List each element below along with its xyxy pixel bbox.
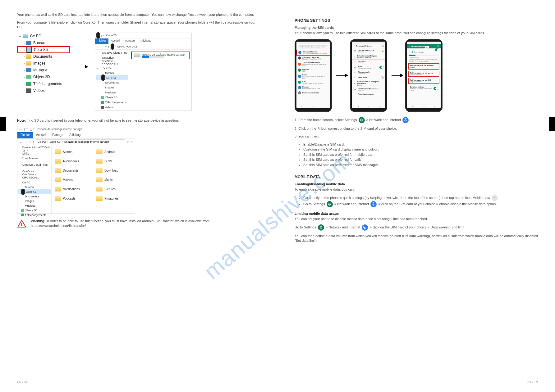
back-icon[interactable]: ◁: [412, 105, 414, 108]
home-icon[interactable]: ○: [423, 106, 424, 108]
toggle-on[interactable]: [379, 66, 384, 69]
sim-pref-calls[interactable]: Préférences pour les appelsToujours dema…: [408, 71, 439, 77]
folder-item[interactable]: Download: [96, 166, 132, 175]
sidebar-item[interactable]: ›Téléchargements: [96, 100, 128, 105]
sidebar-item[interactable]: ›OneDrive - CROSSCALL: [96, 60, 128, 65]
settings-item[interactable]: Batterie100 %: [296, 68, 330, 73]
folder-item[interactable]: Pictures: [96, 184, 132, 194]
tree-item[interactable]: ›Vidéos: [17, 87, 70, 94]
sidebar-item[interactable]: Images: [18, 199, 51, 203]
net-item[interactable]: ▭Réseau mobile2 cartes SIM: [352, 70, 385, 75]
tree-item[interactable]: ›Bureau: [17, 39, 70, 46]
tab-file[interactable]: Fichier: [95, 38, 108, 44]
settings-item[interactable]: ÉcranFond d'écran, mise en veille, taill…: [296, 73, 330, 80]
nav-back-icon[interactable]: ←: [96, 45, 99, 48]
tree-item[interactable]: ›Images: [17, 60, 70, 67]
settings-item[interactable]: Applis et notificationsApplications réce…: [296, 61, 330, 68]
search-icon[interactable]: 🔍: [382, 45, 384, 47]
sidebar-item[interactable]: ›Objets 3D: [96, 95, 128, 100]
tree-item[interactable]: ›Téléchargements: [17, 80, 70, 87]
sim-pref-sms[interactable]: Préférences pour les SMSToujours demande…: [408, 78, 439, 84]
net-item[interactable]: ▭Désactivé: [352, 60, 385, 64]
back-icon[interactable]: ←: [353, 45, 355, 47]
recents-icon[interactable]: □: [324, 106, 325, 108]
folder-item[interactable]: DCIM: [96, 156, 132, 166]
sidebar-item-selected[interactable]: ›Core-X5: [96, 75, 128, 80]
sidebar-item[interactable]: ⌄Ce PC: [96, 65, 128, 70]
sidebar-item[interactable]: ›Bureau: [96, 70, 128, 75]
tree-item[interactable]: ›Objets 3D: [17, 74, 70, 80]
folder-item[interactable]: Podcasts: [55, 194, 90, 203]
tab-home[interactable]: Accueil: [33, 132, 49, 138]
tree-item[interactable]: ›Documents: [17, 53, 70, 60]
sidebar-item[interactable]: Creative Cloud Files: [18, 162, 51, 167]
tab-share[interactable]: Partage: [122, 38, 137, 44]
back-icon[interactable]: ◁: [357, 105, 358, 108]
sim-mobile-data[interactable]: Données mobilesAccéder aux données via l…: [408, 85, 439, 92]
net-item[interactable]: ✈Mode Avion: [352, 75, 385, 80]
folder-item[interactable]: Movies: [55, 175, 90, 184]
storage-drive[interactable]: Espace de stockage interne partagé: [131, 52, 190, 59]
search-input[interactable]: 🔍Rechercher dans les paramètres: [298, 45, 328, 48]
net-item[interactable]: ⦿Wi-FiCROSSCALL-INVITE: [352, 65, 385, 70]
home-icon[interactable]: ○: [368, 106, 369, 108]
settings-network[interactable]: Réseau et InternetWifi, données cellulai…: [296, 50, 330, 56]
folder-item[interactable]: Music: [96, 175, 132, 184]
nav-up-icon[interactable]: ↑: [33, 140, 34, 144]
address-bar[interactable]: [36, 139, 125, 144]
toggle-off[interactable]: [379, 76, 384, 79]
sidebar-item[interactable]: ›Musique: [96, 90, 128, 95]
net-sim-item[interactable]: ▭Sélectionnez défini pour données mobile…: [352, 54, 385, 60]
sidebar-item[interactable]: User Manual: [18, 156, 51, 160]
sidebar-item[interactable]: Musique: [18, 203, 51, 208]
folder-item[interactable]: Ringtones: [96, 194, 132, 203]
folder-item[interactable]: Notifications: [55, 184, 90, 194]
edit-sim-highlight[interactable]: ✎: [425, 46, 429, 50]
sim-pref-data[interactable]: Préférence pour les données mobil.: [408, 63, 439, 70]
sidebar-item[interactable]: OneDrive - CROSSCALL: [18, 173, 51, 178]
folder-item[interactable]: Android: [96, 147, 132, 156]
nav-up-icon[interactable]: ↑: [108, 45, 109, 48]
tree-root[interactable]: Ce PC: [17, 33, 70, 39]
back-icon[interactable]: ◁: [301, 105, 303, 108]
sidebar-item[interactable]: ›Creative Cloud Files: [96, 50, 128, 55]
tab-home[interactable]: Accueil: [108, 38, 122, 44]
settings-item[interactable]: SonVolume, vibreur, Ne pas déranger: [296, 80, 330, 85]
net-item[interactable]: ⦿CROSSCALL-INVITEConnecté🔒: [352, 48, 385, 54]
home-icon[interactable]: ○: [313, 106, 314, 108]
nav-back-icon[interactable]: ←: [19, 140, 22, 144]
tab-file[interactable]: Fichier: [17, 132, 33, 138]
tab-view[interactable]: Affichage: [66, 132, 85, 138]
sidebar-item[interactable]: Objets 3D: [18, 208, 51, 213]
settings-item[interactable]: Appareils connectésBluetooth, Android Au…: [296, 56, 330, 61]
tab-share[interactable]: Partage: [49, 132, 66, 138]
folder-item[interactable]: Alarms: [55, 147, 90, 156]
tree-item[interactable]: ›Musique: [17, 67, 70, 74]
recents-icon[interactable]: □: [379, 106, 380, 108]
net-item[interactable]: ⊚Point d'accès et partage de connexionDé…: [352, 80, 385, 87]
settings-item[interactable]: Paramètres avancés: [296, 90, 330, 95]
folder-item[interactable]: Documents: [55, 166, 90, 175]
toggle-on[interactable]: [433, 87, 438, 90]
sidebar-item[interactable]: ›Documents: [96, 80, 128, 85]
sidebar-item[interactable]: Ce PC: [18, 180, 51, 185]
folder-icon: [19, 152, 21, 155]
nav-fwd-icon[interactable]: →: [101, 45, 104, 48]
search-icon[interactable]: 🔍: [437, 45, 439, 47]
net-item[interactable]: ◔Économiseur de donnéesDésactivé: [352, 87, 385, 92]
toggle-on[interactable]: [435, 48, 439, 51]
nav-fwd-icon[interactable]: →: [24, 140, 27, 144]
sidebar-item[interactable]: Téléchargements: [18, 213, 51, 217]
refresh-icon[interactable]: ⟳: [131, 140, 133, 144]
sidebar-item[interactable]: ›Vidéos: [96, 105, 128, 110]
tree-item-selected[interactable]: ›Core-X5: [17, 46, 70, 53]
tab-view[interactable]: Affichage: [137, 38, 154, 44]
back-icon[interactable]: ←: [408, 45, 410, 47]
net-item[interactable]: Paramètres avancés: [352, 92, 385, 96]
folder-item[interactable]: Audiobooks: [55, 156, 90, 166]
settings-item[interactable]: BoutonsProgrammation des touches: [296, 85, 330, 90]
recents-icon[interactable]: □: [434, 106, 436, 108]
sidebar-item[interactable]: Dossier UM_ACTION-X5_*: [18, 146, 51, 151]
sidebar-item-selected[interactable]: Core-X5: [18, 189, 51, 194]
sidebar-item[interactable]: ›Images: [96, 85, 128, 90]
